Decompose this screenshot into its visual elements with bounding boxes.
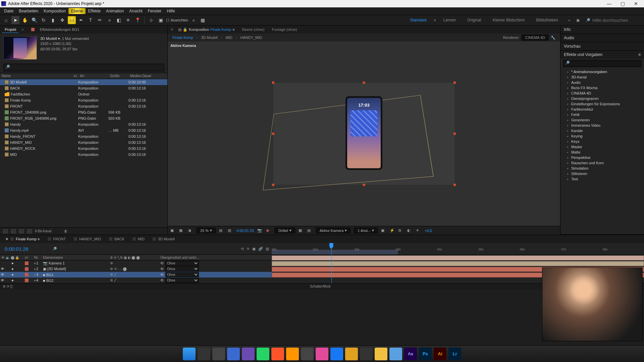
- breadcrumb-0[interactable]: Finale Komp: [172, 36, 193, 40]
- tab-footage[interactable]: Footage (ohne): [269, 26, 300, 33]
- project-item[interactable]: Finale Komp Komposition 0:00:13:16: [0, 97, 167, 103]
- effect-category[interactable]: Generieren: [560, 117, 644, 123]
- ruler-tick[interactable]: 06s: [520, 248, 525, 251]
- project-item[interactable]: FRONT_RGB_1840886.png PNG-Datei 503 KB: [0, 115, 167, 121]
- effect-category[interactable]: Dienstprogramm: [560, 96, 644, 101]
- new-folder-icon[interactable]: [11, 229, 16, 234]
- close-button[interactable]: ✕: [629, 0, 643, 7]
- taskbar-app-app1[interactable]: [227, 348, 240, 360]
- project-item[interactable]: Handy.mp4 AVI … MB 0:00:13:16: [0, 127, 167, 133]
- breadcrumb-1[interactable]: 3D Modell: [201, 36, 218, 40]
- frame-blend-icon[interactable]: ✳: [247, 247, 250, 251]
- flowchart-icon[interactable]: ◐: [407, 228, 413, 233]
- timeline-tab[interactable]: 3D Modell: [149, 236, 179, 242]
- transparency-grid-icon[interactable]: ▦: [179, 228, 184, 233]
- col-label[interactable]: 🏷: [72, 73, 78, 79]
- menu-komposition[interactable]: Komposition: [41, 8, 68, 14]
- channel-icon[interactable]: ◉: [266, 228, 271, 233]
- camera-tool[interactable]: ▮: [49, 16, 57, 24]
- effects-search-input[interactable]: [563, 60, 641, 67]
- effect-category[interactable]: Farbkorrektur: [560, 107, 644, 112]
- ruler-tick[interactable]: 01s: [313, 248, 318, 251]
- handle-bot-mid[interactable]: [363, 184, 365, 186]
- project-item[interactable]: Handy Komposition 0:00:13:16: [0, 121, 167, 127]
- effect-category[interactable]: Einstellungen für Expressions: [560, 101, 644, 107]
- eraser-tool[interactable]: ◧: [115, 16, 123, 24]
- new-comp-icon[interactable]: [19, 229, 24, 234]
- workspace-libraries[interactable]: Bibliotheken: [532, 16, 562, 24]
- taskbar-app-wa[interactable]: [257, 348, 269, 360]
- timeline-tab[interactable]: ✕ Finale Komp ≡: [1, 236, 44, 242]
- ruler-tick[interactable]: 04s: [437, 248, 442, 251]
- panel-menu-icon[interactable]: ≡: [638, 52, 641, 57]
- interpret-footage-icon[interactable]: [3, 229, 8, 234]
- tab-layer[interactable]: Ebene (ohne): [239, 26, 267, 33]
- taskbar-app-np[interactable]: [389, 348, 402, 360]
- timeline-tab[interactable]: FRONT: [44, 236, 70, 242]
- col-size[interactable]: Größe: [108, 73, 128, 79]
- col-layername[interactable]: Ebenenname: [43, 256, 110, 259]
- taskbar-app-fe[interactable]: [375, 348, 387, 360]
- taskbar-app-ai[interactable]: Ai: [434, 348, 446, 360]
- minimize-button[interactable]: —: [602, 0, 616, 7]
- pen-tool[interactable]: ✒: [77, 16, 85, 24]
- workspace-standard[interactable]: Standard: [406, 16, 431, 24]
- effect-category[interactable]: CINEMA 4D: [560, 90, 644, 96]
- orbit-tool[interactable]: ↻: [40, 16, 48, 24]
- resolution-icon[interactable]: ▤: [219, 228, 224, 233]
- effect-category[interactable]: Stilisieren: [560, 171, 644, 176]
- effect-category[interactable]: * Animationsvorgaben: [560, 69, 644, 74]
- toggle-switches-icon[interactable]: ⚙ ⟳ {}: [3, 285, 12, 288]
- panel-info[interactable]: Info: [560, 25, 644, 34]
- handle-bot-right[interactable]: [453, 184, 456, 186]
- trash-icon[interactable]: 🗑: [64, 229, 67, 233]
- clone-tool[interactable]: ⟡: [105, 16, 113, 24]
- menu-animation[interactable]: Animation: [103, 8, 126, 14]
- fast-preview-icon[interactable]: ⚡: [390, 228, 395, 233]
- layer-row[interactable]: 👁● ▸2 ▣ [3D Modell] ✲ ✳ - - ⬤ ⟲ Ohne: [0, 266, 272, 272]
- handle-mid-left[interactable]: [272, 133, 274, 135]
- switches-modes-label[interactable]: Schalter/Modi: [310, 285, 330, 288]
- rect-tool[interactable]: ▭: [68, 16, 76, 24]
- panel-effects[interactable]: Effekte und Vorgaben: [564, 52, 602, 57]
- always-preview-icon[interactable]: ▣: [170, 228, 176, 233]
- renderer-dropdown[interactable]: CINEMA 4D: [522, 35, 549, 41]
- camera-dropdown[interactable]: Aktive Kamera ▾: [316, 228, 351, 233]
- menu-ansicht[interactable]: Ansicht: [126, 8, 145, 14]
- handle-mid-right[interactable]: [453, 133, 456, 135]
- menu-datei[interactable]: Datei: [1, 8, 16, 14]
- project-settings-icon[interactable]: [27, 229, 32, 234]
- ruler-tick[interactable]: 02s: [355, 248, 360, 251]
- timeline-tab[interactable]: BACK: [105, 236, 128, 242]
- project-item[interactable]: MID Komposition 0:00:13:16: [0, 152, 167, 158]
- effect-category[interactable]: Keys: [560, 139, 644, 144]
- col-nr[interactable]: Nr.: [34, 256, 43, 259]
- pan-behind-tool[interactable]: ✥: [58, 16, 66, 24]
- layer-row[interactable]: 👁● ▸3 ■ BG1 ✲ ╱ ⟲ Ohne: [0, 272, 272, 278]
- handle-bot-left[interactable]: [272, 184, 274, 186]
- grid-icon[interactable]: ▤: [307, 228, 313, 233]
- effect-category[interactable]: Matte: [560, 149, 644, 155]
- brush-tool[interactable]: ✏: [96, 16, 104, 24]
- exposure-reset-icon[interactable]: ☀: [416, 228, 421, 233]
- timeline-tab[interactable]: MID: [128, 236, 149, 242]
- taskbar-app-fb[interactable]: [330, 348, 343, 360]
- menu-hilfe[interactable]: Hilfe: [164, 8, 177, 14]
- breadcrumb-3[interactable]: HANDY_MID: [240, 36, 262, 40]
- snap-checkbox[interactable]: ☐ Ausrichten: [166, 18, 188, 22]
- project-item[interactable]: BACK Komposition 0:00:13:16: [0, 85, 167, 91]
- panel-toggle-icon[interactable]: ▣: [576, 18, 580, 22]
- effect-category[interactable]: Perspektive: [560, 155, 644, 160]
- workspace-original[interactable]: Original: [463, 16, 485, 24]
- current-time[interactable]: 0:00:01:26: [236, 229, 254, 233]
- effect-category[interactable]: Text: [560, 176, 644, 182]
- snapshot-icon[interactable]: 📷: [257, 228, 263, 233]
- ruler-tick[interactable]: 00s: [272, 248, 277, 251]
- layer-bar[interactable]: [272, 261, 644, 266]
- panel-preview[interactable]: Vorschau: [560, 42, 644, 50]
- taskbar-app-ff[interactable]: [286, 348, 299, 360]
- anchor-tool[interactable]: ⊹: [147, 16, 155, 24]
- pixel-aspect-icon[interactable]: ▣: [381, 228, 386, 233]
- effect-category[interactable]: Maske: [560, 144, 644, 149]
- handle-top-mid[interactable]: [363, 81, 365, 84]
